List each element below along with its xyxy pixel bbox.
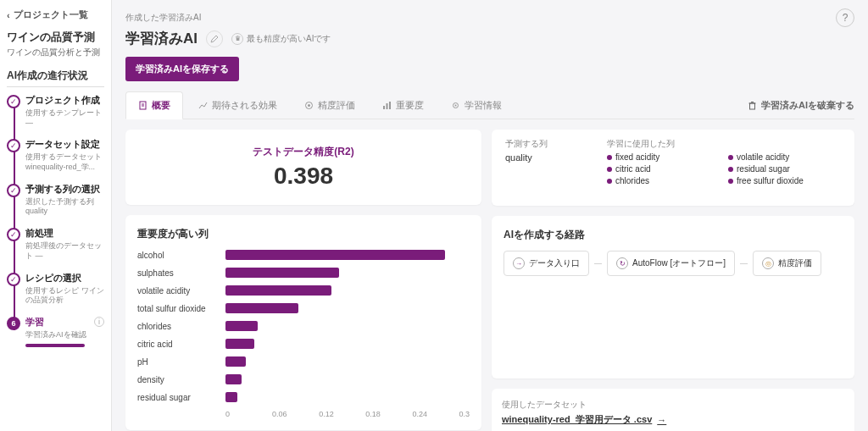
bar-label: density bbox=[137, 375, 225, 384]
breadcrumb: 作成した学習済みAI bbox=[125, 12, 201, 24]
metric-label: テストデータ精度(R2) bbox=[141, 145, 466, 159]
step-title: レシピの選択 bbox=[25, 272, 104, 285]
project-list-link[interactable]: ‹ プロジェクト一覧 bbox=[7, 8, 104, 21]
importance-card: 重要度が高い列 alcoholsulphatesvolatile acidity… bbox=[125, 215, 481, 430]
axis-tick: 0.06 bbox=[272, 410, 319, 418]
tabbar: 概要 期待される効果 精度評価 重要度 学習情報 学習済みAIを破棄する bbox=[125, 91, 854, 119]
svg-rect-5 bbox=[383, 106, 385, 109]
autoflow-icon: ↻ bbox=[616, 257, 628, 269]
tab-label: 期待される効果 bbox=[212, 99, 277, 112]
step-title: 学習 bbox=[25, 316, 44, 329]
tab-info[interactable]: 学習情報 bbox=[439, 92, 514, 119]
step-item-current[interactable]: 6 学習 i 学習済みAIを確認 bbox=[7, 316, 104, 347]
route-step-label: AutoFlow [オートフロー] bbox=[632, 257, 726, 269]
step-item[interactable]: レシピの選択 使用するレシピ ワインの品質分析 bbox=[7, 272, 104, 306]
edit-icon[interactable] bbox=[206, 30, 223, 47]
bar-label: residual sugar bbox=[137, 393, 225, 402]
step-item[interactable]: 予測する列の選択 選択した予測する列 quality bbox=[7, 183, 104, 217]
bar-row: pH bbox=[137, 356, 470, 367]
route-step-label: データ入り口 bbox=[529, 257, 580, 269]
bar-track bbox=[225, 392, 470, 402]
main-area: 作成した学習済みAI ? 学習済みAI ♛ 最も精度が高いAIです 学習済みAI… bbox=[112, 0, 868, 431]
bar-fill bbox=[225, 285, 331, 296]
route-step-label: 精度評価 bbox=[778, 257, 812, 269]
feature-item: fixed acidity bbox=[607, 152, 720, 162]
bar-row: alcohol bbox=[137, 250, 470, 260]
tab-accuracy[interactable]: 精度評価 bbox=[292, 92, 367, 119]
axis-tick: 0 bbox=[225, 410, 272, 418]
bullet-icon bbox=[607, 155, 612, 160]
features-list: fixed acidityvolatile aciditycitric acid… bbox=[607, 152, 841, 185]
save-button[interactable]: 学習済みAIを保存する bbox=[125, 57, 239, 81]
bar-label: alcohol bbox=[137, 251, 225, 260]
tab-overview[interactable]: 概要 bbox=[125, 91, 183, 119]
check-icon bbox=[7, 184, 20, 197]
bullet-icon bbox=[607, 179, 612, 184]
bar-row: residual sugar bbox=[137, 392, 470, 402]
chart-icon bbox=[198, 101, 208, 110]
route-title: AIを作成する経路 bbox=[504, 228, 843, 242]
route-card: AIを作成する経路 → データ入り口 — ↻ AutoFlow [オートフロー]… bbox=[492, 216, 854, 379]
bar-track bbox=[225, 303, 470, 313]
project-subtitle: ワインの品質分析と予測 bbox=[7, 47, 104, 58]
route-step[interactable]: ↻ AutoFlow [オートフロー] bbox=[607, 251, 735, 276]
importance-title: 重要度が高い列 bbox=[137, 227, 470, 241]
route-step[interactable]: ◎ 精度評価 bbox=[753, 251, 821, 276]
importance-bars: alcoholsulphatesvolatile aciditytotal su… bbox=[137, 250, 470, 402]
dataset-link[interactable]: winequality-red_学習用データ .csv → bbox=[502, 413, 666, 426]
svg-point-4 bbox=[308, 104, 310, 107]
step-desc: 使用するテンプレート — bbox=[25, 108, 104, 128]
svg-point-9 bbox=[455, 104, 457, 106]
check-icon bbox=[7, 273, 20, 286]
axis-tick: 0.18 bbox=[365, 410, 412, 418]
discard-button[interactable]: 学習済みAIを破棄する bbox=[748, 99, 854, 112]
step-title: 予測する列の選択 bbox=[25, 183, 104, 196]
bullet-icon bbox=[728, 167, 733, 172]
step-desc: 前処理後のデータセット — bbox=[25, 241, 104, 261]
step-item[interactable]: 前処理 前処理後のデータセット — bbox=[7, 227, 104, 261]
bar-row: citric acid bbox=[137, 339, 470, 349]
svg-rect-6 bbox=[387, 103, 388, 109]
dataset-filename: winequality-red_学習用データ .csv bbox=[502, 413, 652, 426]
check-icon bbox=[7, 95, 20, 108]
page-title: 学習済みAI bbox=[125, 29, 198, 48]
arrow-icon: — bbox=[594, 259, 602, 268]
target-col-label: 予測する列 bbox=[505, 138, 597, 150]
tab-label: 精度評価 bbox=[318, 99, 355, 112]
bar-row: volatile acidity bbox=[137, 285, 470, 296]
tab-expected[interactable]: 期待される効果 bbox=[186, 92, 289, 119]
check-icon bbox=[7, 139, 20, 152]
step-title: プロジェクト作成 bbox=[25, 94, 104, 107]
info-icon[interactable]: i bbox=[94, 317, 104, 327]
sidebar: ‹ プロジェクト一覧 ワインの品質予測 ワインの品質分析と予測 AI作成の進行状… bbox=[0, 0, 112, 431]
axis-tick: 0.3 bbox=[459, 410, 470, 418]
help-icon[interactable]: ? bbox=[836, 8, 854, 27]
bar-fill bbox=[225, 303, 298, 313]
route-step[interactable]: → データ入り口 bbox=[504, 251, 589, 276]
bar-track bbox=[225, 321, 470, 331]
discard-label: 学習済みAIを破棄する bbox=[761, 99, 854, 112]
dataset-label: 使用したデータセット bbox=[502, 399, 844, 411]
arrow-right-icon: → bbox=[657, 415, 666, 425]
document-icon bbox=[138, 101, 147, 110]
bar-track bbox=[225, 339, 470, 349]
bars-icon bbox=[382, 101, 392, 110]
step-desc: 選択した予測する列 quality bbox=[25, 197, 104, 217]
columns-card: 予測する列 quality 学習に使用した列 fixed acidityvola… bbox=[492, 130, 854, 206]
bar-label: volatile acidity bbox=[137, 286, 225, 296]
feature-item: citric acid bbox=[607, 164, 720, 174]
sidebar-top-label: プロジェクト一覧 bbox=[14, 8, 88, 21]
dataset-card: 使用したデータセット winequality-red_学習用データ .csv →… bbox=[492, 389, 854, 431]
feature-item: volatile acidity bbox=[728, 152, 841, 162]
step-desc: 学習済みAIを確認 bbox=[25, 330, 104, 340]
tab-importance[interactable]: 重要度 bbox=[370, 92, 436, 119]
bullet-icon bbox=[728, 155, 733, 160]
bar-track bbox=[225, 268, 470, 278]
bar-fill bbox=[225, 268, 339, 278]
step-item[interactable]: プロジェクト作成 使用するテンプレート — bbox=[7, 94, 104, 128]
bar-fill bbox=[225, 339, 254, 349]
step-item[interactable]: データセット設定 使用するデータセット winequality-red_学... bbox=[7, 138, 104, 172]
step-title: 前処理 bbox=[25, 227, 104, 240]
bar-label: sulphates bbox=[137, 268, 225, 278]
metric-value: 0.398 bbox=[141, 163, 466, 190]
